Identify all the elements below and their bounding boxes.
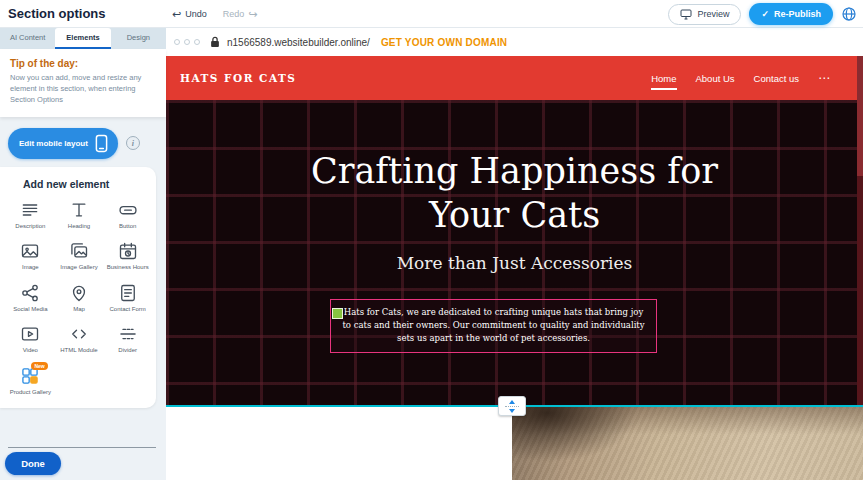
html-module-icon [69,324,89,344]
history-controls: ↩ Undo Redo ↪ [172,0,257,28]
hero-subheadline[interactable]: More than Just Accessories [166,253,863,273]
nav-item-contact[interactable]: Contact us [754,59,799,98]
selection-handle[interactable] [332,308,343,319]
more-menu-icon[interactable]: ⋯ [818,71,831,85]
next-section-blank[interactable] [166,407,512,480]
hero-section[interactable]: Crafting Happiness for Your Cats More th… [166,100,863,406]
new-badge: New [31,362,47,370]
nav-item-about[interactable]: About Us [696,59,735,98]
app-window: Section options ↩ Undo Redo ↪ Preview ✓ [0,0,863,480]
browser-bar: n1566589.websitebuilder.online/ GET YOUR… [166,28,863,56]
element-video[interactable]: Video [6,324,55,355]
tip-title: Tip of the day: [10,58,156,69]
social-media-icon [20,283,40,303]
map-icon [69,283,89,303]
add-element-title: Add new element [23,178,152,190]
element-business-hours[interactable]: Business Hours [103,241,152,272]
video-icon [20,324,40,344]
hero-body-text: Hats for Cats, we are dedicated to craft… [342,307,644,343]
tab-design[interactable]: Design [111,28,166,49]
divider-icon [118,324,138,344]
info-icon: i [132,139,134,148]
edit-mobile-layout-button[interactable]: Edit mobile layout [8,128,118,159]
add-element-panel: Add new element Description Heading [0,167,156,409]
republish-label: Re-Publish [774,9,821,19]
mobile-layout-row: Edit mobile layout i [8,128,158,159]
tip-body: Now you can add, move and resize any ele… [10,73,156,106]
image-icon [20,241,40,261]
tip-of-the-day-card: Tip of the day: Now you can add, move an… [0,49,166,117]
element-map[interactable]: Map [55,283,104,314]
site-scrollbar[interactable] [857,56,863,406]
element-contact-form[interactable]: Contact Form [103,283,152,314]
element-divider[interactable]: Divider [103,324,152,355]
topbar: Section options ↩ Undo Redo ↪ Preview ✓ [0,0,863,28]
hero-headline-line2: Your Cats [166,194,863,238]
hero-headline-line1: Crafting Happiness for [166,150,863,194]
done-button[interactable]: Done [5,452,61,475]
element-image-gallery[interactable]: Image Gallery [55,241,104,272]
browser-dot [194,39,200,45]
sidebar-divider [8,447,156,448]
heading-icon [69,200,89,220]
redo-label: Redo [223,9,245,19]
phone-icon [95,134,108,153]
site-preview-area: n1566589.websitebuilder.online/ GET YOUR… [166,28,863,480]
redo-button[interactable]: Redo ↪ [223,9,258,20]
element-description[interactable]: Description [6,200,55,231]
tab-elements[interactable]: Elements [55,28,110,49]
image-gallery-icon [69,241,89,261]
arrow-up-icon [509,400,515,404]
lock-icon [210,36,220,48]
element-image[interactable]: Image [6,241,55,272]
next-section [166,407,863,480]
undo-label: Undo [185,9,207,19]
undo-icon: ↩ [172,9,181,20]
button-icon [118,200,138,220]
site-header[interactable]: HATS FOR CATS Home About Us Contact us ⋯ [166,56,863,100]
element-product-gallery[interactable]: New Product Gallery [6,366,55,397]
browser-dot [184,39,190,45]
monitor-icon [680,9,692,20]
sidebar: AI Content Elements Design Tip of the da… [0,28,166,480]
edit-mobile-layout-label: Edit mobile layout [19,139,88,148]
redo-icon: ↪ [248,9,257,20]
element-heading[interactable]: Heading [55,200,104,231]
get-domain-link[interactable]: GET YOUR OWN DOMAIN [381,37,507,48]
description-icon [20,200,40,220]
page-title: Section options [8,6,106,21]
element-social-media[interactable]: Social Media [6,283,55,314]
business-hours-icon [118,241,138,261]
browser-dot [174,39,180,45]
drag-dots-icon [505,406,519,407]
tab-ai-content[interactable]: AI Content [0,28,55,49]
site-url: n1566589.websitebuilder.online/ [227,37,370,48]
nav-item-home[interactable]: Home [651,59,676,98]
hero-text-box[interactable]: Hats for Cats, we are dedicated to craft… [330,299,657,353]
arrow-down-icon [509,409,515,413]
undo-button[interactable]: ↩ Undo [172,9,207,20]
sidebar-tabs: AI Content Elements Design [0,28,166,49]
republish-button[interactable]: ✓ Re-Publish [749,3,833,25]
check-icon: ✓ [761,9,769,19]
section-resize-handle[interactable] [498,396,526,416]
element-grid: Description Heading Button [6,200,152,397]
browser-dots [174,39,200,45]
site-photo[interactable] [512,407,863,480]
globe-icon [841,6,857,22]
contact-form-icon [118,283,138,303]
hero-headline[interactable]: Crafting Happiness for Your Cats [166,100,863,238]
element-html-module[interactable]: HTML Module [55,324,104,355]
info-button[interactable]: i [126,136,140,150]
preview-label: Preview [697,9,729,19]
element-button[interactable]: Button [103,200,152,231]
preview-button[interactable]: Preview [668,4,741,25]
language-button[interactable] [841,6,857,22]
topbar-actions: Preview ✓ Re-Publish [668,3,857,25]
site-logo[interactable]: HATS FOR CATS [180,72,296,84]
site-nav: Home About Us Contact us ⋯ [651,59,831,98]
